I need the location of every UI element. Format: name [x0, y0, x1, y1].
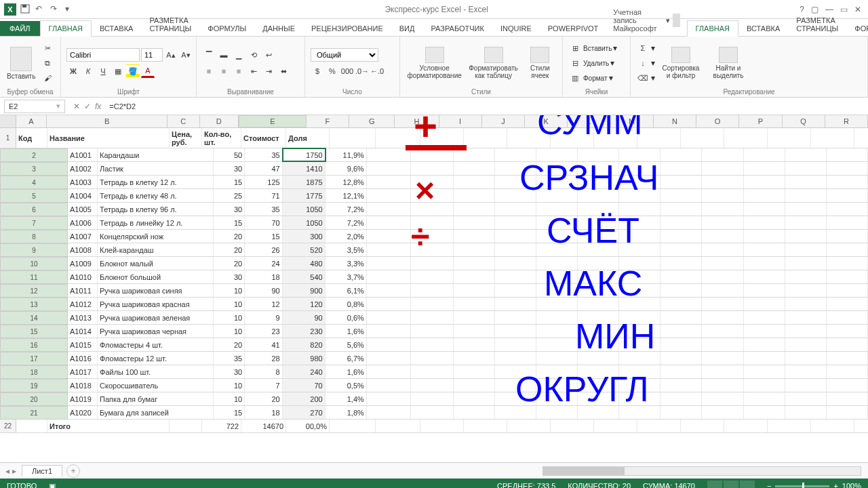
- decrease-font-icon[interactable]: A▾: [179, 48, 193, 62]
- cell[interactable]: [827, 365, 868, 378]
- cell[interactable]: [619, 148, 660, 161]
- cell[interactable]: [578, 189, 619, 202]
- cell[interactable]: [637, 128, 681, 148]
- cell[interactable]: 2,0%: [326, 230, 367, 243]
- cell[interactable]: Цена, руб.: [170, 128, 202, 148]
- cell[interactable]: 1750: [283, 148, 326, 161]
- cell[interactable]: [495, 203, 536, 216]
- cell[interactable]: 15: [214, 176, 245, 188]
- cell[interactable]: [660, 216, 702, 229]
- tab-вставка[interactable]: ВСТАВКА: [738, 21, 788, 36]
- cell[interactable]: [681, 128, 724, 148]
- cell[interactable]: [578, 379, 619, 392]
- insert-cells-button[interactable]: ⊞Вставить▾: [568, 41, 617, 55]
- cell[interactable]: [507, 128, 551, 148]
- tab-9[interactable]: POWERPIVOT: [540, 21, 607, 36]
- tab-file[interactable]: ФАЙЛ: [0, 21, 40, 36]
- cell[interactable]: [594, 420, 637, 432]
- cell[interactable]: [702, 352, 743, 365]
- cell[interactable]: [619, 243, 660, 256]
- cell[interactable]: [411, 325, 454, 338]
- cell[interactable]: [744, 352, 785, 365]
- cell[interactable]: A1009: [68, 257, 98, 270]
- tab-формулы[interactable]: ФОРМУЛЫ: [846, 21, 868, 36]
- cell[interactable]: 7: [245, 379, 282, 392]
- fx-icon[interactable]: fx: [95, 102, 101, 111]
- cell[interactable]: [785, 311, 827, 324]
- cell[interactable]: 8: [245, 365, 282, 378]
- percent-icon[interactable]: %: [326, 64, 339, 78]
- cell[interactable]: [536, 243, 578, 256]
- cell[interactable]: [367, 392, 411, 405]
- cell[interactable]: 90: [245, 284, 282, 297]
- font-size-select[interactable]: [141, 48, 163, 62]
- cell[interactable]: Тетрадь в клетку 48 л.: [98, 189, 214, 202]
- cell[interactable]: [744, 325, 785, 338]
- cell[interactable]: [578, 243, 619, 256]
- cell[interactable]: 18: [245, 406, 282, 419]
- row-header[interactable]: 2: [0, 148, 68, 162]
- cell[interactable]: [454, 176, 495, 188]
- cell[interactable]: [827, 148, 868, 161]
- cell[interactable]: Концелярский нож: [98, 230, 214, 243]
- fill-color-icon[interactable]: 🪣: [126, 64, 140, 78]
- column-header-R[interactable]: R: [825, 115, 868, 127]
- cell[interactable]: [578, 257, 619, 270]
- cell[interactable]: [702, 298, 743, 310]
- cell[interactable]: [827, 325, 868, 338]
- cell[interactable]: 12,1%: [326, 189, 367, 202]
- cell[interactable]: [536, 270, 578, 283]
- cell[interactable]: 900: [283, 284, 326, 297]
- sheet-nav-last-icon[interactable]: ▸: [12, 466, 16, 476]
- cell[interactable]: 15: [214, 406, 245, 419]
- cell[interactable]: [702, 365, 743, 378]
- cell[interactable]: [827, 392, 868, 405]
- page-layout-view-icon[interactable]: [724, 481, 738, 488]
- cell[interactable]: [785, 189, 827, 202]
- row-header[interactable]: 19: [0, 379, 68, 392]
- column-header-D[interactable]: D: [200, 115, 239, 127]
- sheet-nav-first-icon[interactable]: ◂: [5, 466, 9, 476]
- cell[interactable]: [660, 379, 702, 392]
- cell[interactable]: A1005: [68, 203, 98, 216]
- cell[interactable]: [702, 379, 743, 392]
- cell[interactable]: 10: [214, 311, 245, 324]
- cell[interactable]: [454, 189, 495, 202]
- tab-5[interactable]: РЕЦЕНЗИРОВАНИЕ: [303, 21, 391, 36]
- cell[interactable]: [619, 230, 660, 243]
- tab-6[interactable]: ВИД: [391, 21, 423, 36]
- cell[interactable]: 7,2%: [326, 216, 367, 229]
- cell[interactable]: [744, 189, 785, 202]
- cell[interactable]: 35: [245, 148, 282, 161]
- cell[interactable]: [785, 352, 827, 365]
- cell[interactable]: [724, 420, 768, 432]
- cell[interactable]: [619, 257, 660, 270]
- cell[interactable]: 300: [283, 230, 326, 243]
- cell[interactable]: [619, 311, 660, 324]
- cell[interactable]: [454, 352, 495, 365]
- cell[interactable]: [744, 243, 785, 256]
- cell[interactable]: [495, 406, 536, 419]
- cell[interactable]: Тетрадь в клетку 96 л.: [98, 203, 214, 216]
- column-header-O[interactable]: O: [696, 115, 739, 127]
- cell[interactable]: [367, 365, 411, 378]
- cell[interactable]: [702, 257, 743, 270]
- cell[interactable]: [578, 352, 619, 365]
- cell[interactable]: [744, 162, 785, 175]
- cell[interactable]: [744, 298, 785, 310]
- cut-icon[interactable]: ✂: [41, 41, 54, 55]
- cell[interactable]: [367, 379, 411, 392]
- cell[interactable]: [660, 148, 702, 161]
- cell[interactable]: [536, 148, 578, 161]
- spreadsheet-grid[interactable]: ABCDEFGHIJKLMNOPQR 1КодНазваниеЦена, руб…: [0, 115, 868, 462]
- cell[interactable]: 0,5%: [326, 379, 367, 392]
- cell[interactable]: [536, 216, 578, 229]
- cell[interactable]: [785, 325, 827, 338]
- orientation-icon[interactable]: ⟲: [247, 48, 260, 62]
- bold-button[interactable]: Ж: [66, 64, 80, 78]
- cell[interactable]: [578, 365, 619, 378]
- cell[interactable]: [702, 162, 743, 175]
- cell[interactable]: [376, 128, 420, 148]
- cell[interactable]: [702, 284, 743, 297]
- cell[interactable]: [827, 311, 868, 324]
